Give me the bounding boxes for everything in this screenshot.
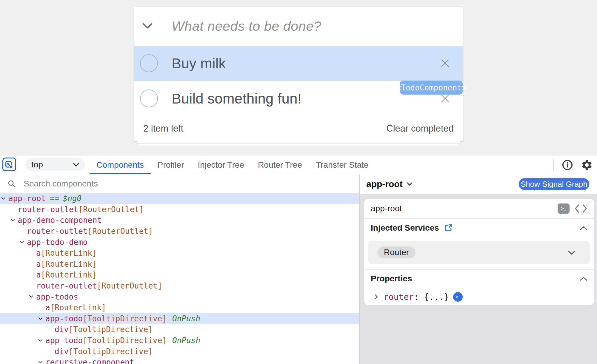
components-panel: Search components app-root==$ng0router-o… [0,175,359,364]
tab-router-tree[interactable]: Router Tree [251,155,309,174]
stacked-paper-decoration [139,144,458,146]
onpush-badge: OnPush [172,336,200,345]
expand-chevron-icon[interactable] [10,219,15,222]
log-to-console-icon[interactable]: >_ [558,203,570,214]
tree-row-app-demo-component[interactable]: app-demo-component [0,215,359,226]
tree-row-app-todos[interactable]: app-todos [0,291,359,302]
collapse-section-icon[interactable] [580,226,587,230]
injected-services-section-header: Injected Services [371,222,587,234]
element-tag: router-outlet [18,205,79,214]
tree-row-router-outlet[interactable]: router-outlet[RouterOutlet] [0,280,359,291]
inspect-element-button[interactable] [2,158,16,171]
element-tag: app-todos [36,292,78,301]
tree-row-app-root[interactable]: app-root==$ng0 [0,193,359,204]
toolbar-right [553,155,593,174]
tree-row-app-todo[interactable]: app-todo[TooltipDirective]OnPush [0,335,359,346]
screenshot-root: What needs to be done? Buy milk Build so… [0,0,597,364]
expand-chevron-icon[interactable] [1,197,6,200]
devtools-tabs: Components Profiler Injector Tree Router… [90,155,375,174]
tree-row-router-outlet[interactable]: router-outlet[RouterOutlet] [0,226,359,237]
detail-component-title: app-root [371,204,558,213]
todo-app: What needs to be done? Buy milk Build so… [0,0,597,155]
element-tag: app-demo-component [18,216,102,225]
expand-chevron-icon[interactable] [38,317,43,320]
element-tag: a [36,249,41,257]
expand-property-icon[interactable] [374,294,378,300]
tree-row-div[interactable]: div[TooltipDirective] [0,324,359,335]
items-left-count: 2 item left [143,116,183,141]
component-detail-card: app-root >_ Injected Services [364,199,594,305]
tab-profiler[interactable]: Profiler [151,155,191,174]
clear-completed-button[interactable]: Clear completed [386,116,454,141]
tree-row-a[interactable]: a[RouterLink] [0,302,359,313]
search-row[interactable]: Search components [0,175,359,193]
expand-chevron-icon[interactable] [20,240,24,243]
devtools-body: Search components app-root==$ng0router-o… [0,175,597,364]
view-source-icon[interactable] [574,204,587,213]
tree-row-router-outlet[interactable]: router-outlet[RouterOutlet] [0,204,359,215]
tree-row-div[interactable]: div[TooltipDirective] [0,346,359,357]
properties-section-header: Properties [371,272,587,285]
stacked-paper-decoration [137,141,460,144]
show-signal-graph-button[interactable]: Show Signal Graph [519,178,589,190]
element-tag: a [45,303,50,312]
tree-row-app-todo-demo[interactable]: app-todo-demo [0,237,359,248]
injected-services-label: Injected Services [371,223,439,233]
frame-selector-dropdown[interactable]: top [25,158,85,171]
expand-chevron-icon[interactable] [38,339,43,342]
directive-label: [TooltipDirective] [83,314,167,323]
component-inspect-badge: <TodoComponent> [400,81,463,95]
tree-row-a[interactable]: a[RouterLink] [0,259,359,270]
expand-service-icon[interactable] [568,250,576,255]
service-chip-router[interactable]: Router [377,246,416,258]
collapse-section-icon[interactable] [580,277,587,281]
directive-label: [TooltipDirective] [69,347,153,356]
directive-label: [RouterLink] [41,260,97,269]
expand-chevron-icon[interactable] [38,361,43,364]
tree-row-a[interactable]: a[RouterLink] [0,248,359,259]
todo-item-label: Build something fun! [172,81,301,116]
settings-gear-icon[interactable] [581,159,593,171]
property-key[interactable]: router [384,292,414,302]
toggle-all-chevron-icon[interactable] [142,23,153,30]
element-tag: div [55,325,69,334]
tab-injector-tree[interactable]: Injector Tree [191,155,251,174]
property-value: : {...} [414,292,449,302]
search-input[interactable]: Search components [24,179,98,189]
search-icon [7,180,16,188]
element-tag: router-outlet [27,227,88,236]
new-todo-input[interactable]: What needs to be done? [172,7,321,46]
todo-checkbox-icon[interactable] [140,54,158,72]
panel-header: app-root Show Signal Graph [360,175,597,194]
devtools-toolbar: top Components Profiler Injector Tree Ro… [0,155,597,174]
element-tag: app-root [8,194,46,203]
panel-background: app-root >_ Injected Services [360,194,597,364]
external-link-icon[interactable] [444,223,453,232]
tab-transfer-state[interactable]: Transfer State [309,155,375,174]
todo-checkbox-icon[interactable] [140,90,158,107]
log-property-to-console-icon[interactable]: >_ [453,292,463,302]
onpush-badge: OnPush [172,314,200,323]
tree-row-a[interactable]: a[RouterLink] [0,269,359,280]
console-reference: ==$ng0 [50,194,81,203]
frame-selector-value: top [31,160,43,169]
element-tag: router-outlet [36,281,97,290]
todo-footer: 2 item left Clear completed [134,116,463,141]
tab-components[interactable]: Components [90,155,151,174]
tree-row-recursive-component[interactable]: recursive-component [0,357,359,364]
directive-label: [RouterLink] [41,270,97,279]
info-icon[interactable] [562,159,573,171]
directive-label: [TooltipDirective] [83,336,167,345]
delete-todo-icon[interactable] [438,56,452,70]
directive-label: [RouterLink] [50,303,106,312]
element-tag: a [36,260,41,269]
element-tag: recursive-component [45,358,134,364]
todo-card: What needs to be done? Buy milk Build so… [134,7,463,141]
tree-row-app-todo[interactable]: app-todo[TooltipDirective]OnPush [0,313,359,324]
chevron-down-icon[interactable] [407,182,412,186]
expand-chevron-icon[interactable] [29,295,33,298]
properties-label: Properties [371,274,412,283]
todo-item-buy-milk[interactable]: Buy milk [134,46,463,81]
directive-label: [RouterOutlet] [97,281,162,290]
element-tag: app-todo [45,314,83,323]
